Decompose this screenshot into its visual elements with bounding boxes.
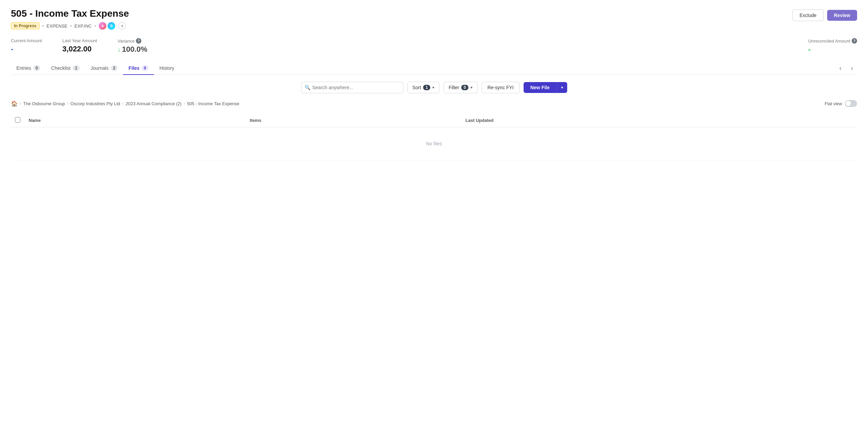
breadcrumb: 🏠 › The Osbourne Group › Oscorp Industri… bbox=[11, 100, 857, 107]
variance-value: ↓ 100.0% bbox=[118, 45, 148, 54]
tabs-navigation: ‹ › bbox=[835, 63, 857, 74]
resync-button[interactable]: Re-sync FYI bbox=[482, 82, 520, 93]
flat-view-toggle: Flat view bbox=[825, 100, 857, 107]
avatar[interactable]: A bbox=[98, 22, 107, 30]
review-button[interactable]: Review bbox=[827, 10, 857, 21]
breadcrumb-item-3[interactable]: 2023 Annual Compliance (2) bbox=[126, 101, 182, 106]
last-year-label: Last Year Amount bbox=[62, 38, 97, 43]
unreconciled-value: - bbox=[808, 45, 857, 54]
home-icon[interactable]: 🏠 bbox=[11, 100, 18, 107]
toggle-knob bbox=[846, 101, 851, 106]
tab-prev-button[interactable]: ‹ bbox=[835, 63, 846, 74]
unreconciled-help-icon[interactable]: ? bbox=[852, 38, 857, 44]
select-all-checkbox[interactable] bbox=[15, 117, 20, 123]
flat-view-label: Flat view bbox=[825, 101, 842, 106]
empty-state-row: No files bbox=[11, 127, 857, 160]
toolbar: 🔍 Sort 1 ▾ Filter 0 ▾ Re-sync FYI New Fi… bbox=[11, 82, 857, 93]
tab-entries[interactable]: Entries 0 bbox=[11, 62, 46, 75]
current-amount-label: Current Amount bbox=[11, 38, 42, 43]
search-wrapper: 🔍 bbox=[301, 82, 403, 93]
tab-files-badge: 0 bbox=[141, 65, 149, 71]
unreconciled-label: Unreconciled Amount bbox=[808, 38, 850, 44]
tab-next-button[interactable]: › bbox=[847, 63, 857, 74]
meta-expense: EXPENSE bbox=[47, 23, 67, 29]
page-title: 505 - Income Tax Expense bbox=[11, 8, 129, 19]
empty-state-message: No files bbox=[11, 127, 857, 160]
exclude-button[interactable]: Exclude bbox=[792, 10, 824, 21]
sort-button[interactable]: Sort 1 ▾ bbox=[407, 82, 439, 93]
table-header-items: Items bbox=[246, 114, 461, 127]
flat-view-switch[interactable] bbox=[845, 100, 857, 107]
current-amount-stat: Current Amount - bbox=[11, 38, 42, 53]
new-file-dropdown-button[interactable]: ▾ bbox=[557, 82, 567, 93]
tabs: Entries 0 Checklist 1 Journals 2 Files 0… bbox=[11, 62, 180, 75]
table-header-name: Name bbox=[25, 114, 246, 127]
current-amount-value: - bbox=[11, 45, 42, 53]
last-year-amount-stat: Last Year Amount 3,022.00 bbox=[62, 38, 97, 53]
table-header-last-updated: Last Updated bbox=[461, 114, 857, 127]
search-input[interactable] bbox=[301, 82, 403, 93]
avatar[interactable]: B bbox=[107, 22, 115, 30]
status-badge: In Progress bbox=[11, 22, 40, 29]
stats-row: Current Amount - Last Year Amount 3,022.… bbox=[11, 38, 857, 54]
tab-journals[interactable]: Journals 2 bbox=[85, 62, 123, 75]
files-table: Name Items Last Updated No files bbox=[11, 114, 857, 160]
tab-entries-badge: 0 bbox=[33, 65, 41, 71]
meta-type: EXP.INC bbox=[75, 23, 92, 29]
breadcrumb-item-1[interactable]: The Osbourne Group bbox=[23, 101, 65, 106]
unreconciled-stat: Unreconciled Amount ? - bbox=[808, 38, 857, 54]
filter-chevron-icon: ▾ bbox=[470, 85, 472, 90]
tab-history[interactable]: History bbox=[154, 62, 180, 75]
variance-stat: Variance ? ↓ 100.0% bbox=[118, 38, 148, 54]
tab-files[interactable]: Files 0 bbox=[123, 62, 154, 75]
filter-count-badge: 0 bbox=[461, 85, 468, 90]
add-avatar-button[interactable]: + bbox=[118, 22, 126, 30]
tab-journals-badge: 2 bbox=[111, 65, 118, 71]
breadcrumb-sep: › bbox=[20, 101, 21, 106]
filter-button[interactable]: Filter 0 ▾ bbox=[444, 82, 478, 93]
new-file-button[interactable]: New File bbox=[524, 82, 557, 93]
sort-chevron-icon: ▾ bbox=[432, 85, 434, 90]
breadcrumb-item-4[interactable]: 505 - Income Tax Expense bbox=[187, 101, 239, 106]
tab-checklist-badge: 1 bbox=[73, 65, 80, 71]
variance-arrow: ↓ bbox=[118, 46, 121, 53]
tab-checklist[interactable]: Checklist 1 bbox=[46, 62, 85, 75]
variance-help-icon[interactable]: ? bbox=[136, 38, 141, 44]
variance-label: Variance bbox=[118, 38, 135, 44]
breadcrumb-item-2[interactable]: Oscorp Industries Pty Ltd bbox=[71, 101, 120, 106]
search-icon: 🔍 bbox=[305, 85, 310, 90]
table-header-checkbox bbox=[11, 114, 25, 127]
avatar-group: A B bbox=[98, 22, 115, 30]
last-year-value: 3,022.00 bbox=[62, 45, 97, 53]
sort-count-badge: 1 bbox=[423, 85, 430, 90]
new-file-group: New File ▾ bbox=[524, 82, 567, 93]
tabs-row: Entries 0 Checklist 1 Journals 2 Files 0… bbox=[11, 62, 857, 75]
